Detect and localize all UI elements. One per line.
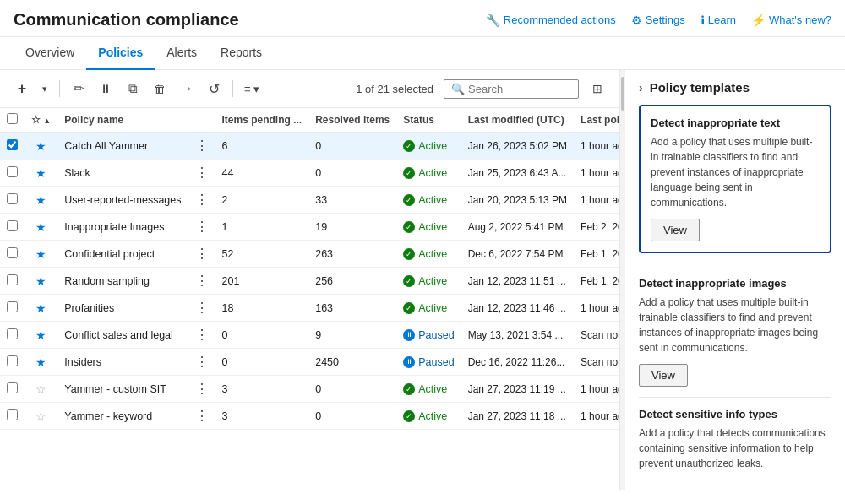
table-row[interactable]: ★ Conflict sales and legal ⋮ 0 9 Paused …	[0, 322, 619, 349]
col-star[interactable]: ☆ ▲	[25, 108, 57, 133]
panel-expand-arrow[interactable]: ›	[639, 81, 643, 95]
table-header-row: ☆ ▲ Policy name Items pending ... Resolv…	[0, 108, 619, 133]
row-more-icon[interactable]: ⋮	[195, 409, 209, 423]
star-filled[interactable]: ★	[35, 247, 46, 261]
row-more-icon[interactable]: ⋮	[195, 328, 209, 342]
table-row[interactable]: ★ Confidential project ⋮ 52 263 Active D…	[0, 241, 619, 268]
star-filled[interactable]: ★	[35, 139, 46, 153]
col-policy-name[interactable]: Policy name	[57, 108, 188, 133]
row-star-cell: ★	[25, 214, 57, 241]
star-filled[interactable]: ★	[35, 274, 46, 288]
column-options-button[interactable]: ⊞	[586, 77, 609, 100]
row-checkbox[interactable]	[7, 220, 18, 231]
row-checkbox[interactable]	[7, 193, 18, 204]
view-template-button[interactable]: View	[639, 364, 688, 387]
active-dot	[403, 410, 415, 422]
row-checkbox[interactable]	[7, 382, 18, 393]
row-dots-cell[interactable]: ⋮	[188, 133, 215, 160]
row-more-icon[interactable]: ⋮	[195, 138, 209, 153]
star-filled[interactable]: ★	[35, 166, 46, 180]
row-checkbox[interactable]	[7, 166, 18, 177]
add-dropdown-button[interactable]: ▾	[37, 77, 52, 100]
status-label: Active	[418, 248, 447, 260]
star-filled[interactable]: ★	[35, 193, 46, 207]
star-filled[interactable]: ★	[35, 301, 46, 315]
row-checkbox[interactable]	[7, 301, 18, 312]
star-outline[interactable]: ☆	[35, 409, 46, 423]
table-area: + ▾ ✏ ⏸ ⧉ 🗑 → ↺ ≡ ▾ 1 of 21 selected 🔍 ⊞	[0, 70, 620, 490]
add-button[interactable]: +	[10, 77, 34, 100]
row-checkbox[interactable]	[7, 409, 18, 420]
row-dots-cell[interactable]: ⋮	[188, 403, 215, 430]
row-more-icon[interactable]: ⋮	[195, 247, 209, 261]
row-more-icon[interactable]: ⋮	[195, 192, 209, 207]
row-dots-cell[interactable]: ⋮	[188, 376, 215, 403]
select-all-checkbox[interactable]	[7, 113, 18, 124]
row-more-icon[interactable]: ⋮	[195, 382, 209, 396]
star-outline[interactable]: ☆	[35, 382, 46, 396]
pause-button[interactable]: ⏸	[94, 77, 117, 100]
tab-alerts[interactable]: Alerts	[155, 37, 209, 70]
view-options-button[interactable]: ≡ ▾	[240, 77, 264, 100]
learn-link[interactable]: ℹ Learn	[701, 14, 736, 27]
view-template-button[interactable]: View	[651, 219, 700, 241]
row-modified: Jan 20, 2023 5:13 PM	[461, 187, 574, 214]
row-dots-cell[interactable]: ⋮	[188, 187, 215, 214]
row-status: Paused	[396, 349, 461, 376]
col-pending[interactable]: Items pending ...	[215, 108, 309, 133]
row-more-icon[interactable]: ⋮	[195, 355, 209, 369]
star-filled[interactable]: ★	[35, 220, 46, 234]
row-checkbox[interactable]	[7, 328, 18, 339]
table-row[interactable]: ☆ Yammer - custom SIT ⋮ 3 0 Active Jan 2…	[0, 376, 619, 403]
row-dots-cell[interactable]: ⋮	[188, 322, 215, 349]
star-filled[interactable]: ★	[35, 328, 46, 342]
whats-new-link[interactable]: ⚡ What's new?	[751, 14, 831, 27]
table-row[interactable]: ★ Slack ⋮ 44 0 Active Jan 25, 2023 6:43 …	[0, 160, 619, 187]
row-dots-cell[interactable]: ⋮	[188, 268, 215, 295]
delete-button[interactable]: 🗑	[148, 77, 172, 100]
col-last-policy[interactable]: Last policy s	[574, 108, 619, 133]
table-row[interactable]: ★ Random sampling ⋮ 201 256 Active Jan 1…	[0, 268, 619, 295]
settings-link[interactable]: ⚙ Settings	[631, 14, 685, 27]
copy-button[interactable]: ⧉	[121, 77, 144, 100]
row-more-icon[interactable]: ⋮	[195, 219, 209, 234]
col-status[interactable]: Status	[396, 108, 461, 133]
table-row[interactable]: ★ Insiders ⋮ 0 2450 Paused Dec 16, 2022 …	[0, 349, 619, 376]
col-modified[interactable]: Last modified (UTC)	[461, 108, 574, 133]
edit-button[interactable]: ✏	[67, 77, 90, 100]
row-dots-cell[interactable]: ⋮	[188, 349, 215, 376]
status-label: Active	[418, 302, 447, 314]
row-dots-cell[interactable]: ⋮	[188, 295, 215, 322]
toolbar-divider-1	[59, 80, 60, 97]
export-button[interactable]: →	[175, 77, 199, 100]
tab-overview[interactable]: Overview	[14, 37, 86, 70]
row-checkbox[interactable]	[7, 355, 18, 366]
table-row[interactable]: ★ Profanities ⋮ 18 163 Active Jan 12, 20…	[0, 295, 619, 322]
table-row[interactable]: ☆ Yammer - keyword ⋮ 3 0 Active Jan 27, …	[0, 403, 619, 430]
row-pending: 44	[215, 160, 309, 187]
row-more-icon[interactable]: ⋮	[195, 274, 209, 288]
refresh-button[interactable]: ↺	[202, 77, 226, 100]
row-more-icon[interactable]: ⋮	[195, 165, 209, 180]
tab-reports[interactable]: Reports	[209, 37, 274, 70]
row-checkbox[interactable]	[7, 139, 18, 150]
table-row[interactable]: ★ Catch All Yammer ⋮ 6 0 Active Jan 26, …	[0, 133, 619, 160]
tab-policies[interactable]: Policies	[86, 37, 155, 70]
row-status: Active	[396, 268, 461, 295]
recommended-actions-link[interactable]: 🔧 Recommended actions	[486, 14, 616, 27]
table-row[interactable]: ★ Inappropriate Images ⋮ 1 19 Active Aug…	[0, 214, 619, 241]
toolbar: + ▾ ✏ ⏸ ⧉ 🗑 → ↺ ≡ ▾ 1 of 21 selected 🔍 ⊞	[0, 70, 619, 108]
row-checkbox[interactable]	[7, 247, 18, 258]
row-dots-cell[interactable]: ⋮	[188, 241, 215, 268]
row-dots-cell[interactable]: ⋮	[188, 214, 215, 241]
search-input[interactable]	[468, 83, 570, 95]
row-more-icon[interactable]: ⋮	[195, 301, 209, 315]
col-resolved[interactable]: Resolved items	[308, 108, 396, 133]
row-checkbox[interactable]	[7, 274, 18, 285]
scrollbar-thumb[interactable]	[621, 77, 624, 111]
row-dots-cell[interactable]: ⋮	[188, 160, 215, 187]
star-filled[interactable]: ★	[35, 355, 46, 369]
status-label: Paused	[418, 329, 454, 341]
table-row[interactable]: ★ User-reported-messages ⋮ 2 33 Active J…	[0, 187, 619, 214]
search-box[interactable]: 🔍	[444, 79, 579, 99]
